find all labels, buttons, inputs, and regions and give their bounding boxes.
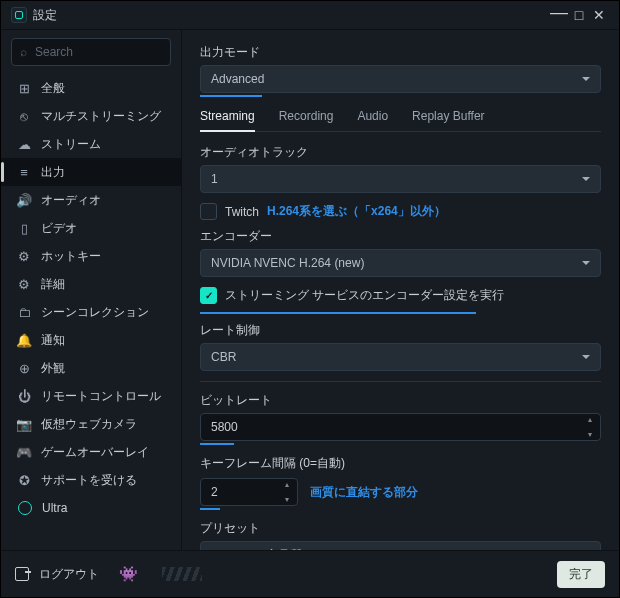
keyframe-input[interactable]: 2 <box>200 478 298 506</box>
encoder-label: エンコーダー <box>200 228 601 245</box>
nav-icon: 📷 <box>15 417 33 432</box>
output-tabs: StreamingRecordingAudioReplay Buffer <box>200 107 601 132</box>
sidebar-item-2[interactable]: ☁ストリーム <box>1 130 181 158</box>
sidebar-item-8[interactable]: 🗀シーンコレクション <box>1 298 181 326</box>
preset-label: プリセット <box>200 520 601 537</box>
sidebar-item-15[interactable]: Ultra <box>1 494 181 522</box>
main-panel: 出力モード Advanced StreamingRecordingAudioRe… <box>182 30 619 550</box>
annotation-underline <box>200 508 220 510</box>
tab-audio[interactable]: Audio <box>357 107 388 131</box>
nav-icon: ▯ <box>15 221 33 236</box>
nav-icon: ⎋ <box>15 109 33 124</box>
titlebar: 設定 — □ ✕ <box>1 1 619 30</box>
search-box[interactable]: ⌕ <box>11 38 171 66</box>
tab-recording[interactable]: Recording <box>279 107 334 131</box>
done-button[interactable]: 完了 <box>557 561 605 588</box>
nav-icon: 🗀 <box>15 305 33 320</box>
annotation-underline <box>200 312 476 314</box>
quality-hint-annotation: 画質に直結する部分 <box>310 484 418 501</box>
twitch-checkbox[interactable] <box>200 203 217 220</box>
sidebar-item-9[interactable]: 🔔通知 <box>1 326 181 354</box>
enforce-encoder-checkbox[interactable]: ✓ <box>200 287 217 304</box>
separator <box>200 381 601 382</box>
search-icon: ⌕ <box>20 45 27 59</box>
nav-label: ビデオ <box>41 220 77 237</box>
nav-icon: ⏻ <box>15 389 33 404</box>
sidebar-item-6[interactable]: ⚙ホットキー <box>1 242 181 270</box>
logout-button[interactable]: ログアウト <box>39 566 99 583</box>
output-mode-label: 出力モード <box>200 44 601 61</box>
nav-label: 出力 <box>41 164 65 181</box>
app-icon <box>11 7 27 23</box>
sidebar-item-1[interactable]: ⎋マルチストリーミング <box>1 102 181 130</box>
footer: ログアウト 👾 完了 <box>1 550 619 597</box>
maximize-button[interactable]: □ <box>569 7 589 23</box>
nav-icon: ⊕ <box>15 361 33 376</box>
twitch-glitch-icon: 👾 <box>119 565 138 583</box>
nav-icon: ☁ <box>15 137 33 152</box>
enforce-encoder-label: ストリーミング サービスのエンコーダー設定を実行 <box>225 287 504 304</box>
sidebar-item-11[interactable]: ⏻リモートコントロール <box>1 382 181 410</box>
nav-label: シーンコレクション <box>41 304 149 321</box>
logout-icon <box>15 567 29 581</box>
nav-label: 詳細 <box>41 276 65 293</box>
nav-label: リモートコントロール <box>41 388 161 405</box>
rate-control-label: レート制御 <box>200 322 601 339</box>
nav-label: 全般 <box>41 80 65 97</box>
search-input[interactable] <box>33 44 187 60</box>
sidebar-item-7[interactable]: ⚙詳細 <box>1 270 181 298</box>
audio-track-select[interactable]: 1 <box>200 165 601 193</box>
bitrate-input[interactable]: 5800 <box>200 413 601 441</box>
sidebar-item-5[interactable]: ▯ビデオ <box>1 214 181 242</box>
rate-control-select[interactable]: CBR <box>200 343 601 371</box>
bitrate-label: ビットレート <box>200 392 601 409</box>
sidebar-nav: ⊞全般⎋マルチストリーミング☁ストリーム≡出力🔊オーディオ▯ビデオ⚙ホットキー⚙… <box>1 74 181 550</box>
sidebar-item-3[interactable]: ≡出力 <box>1 158 181 186</box>
nav-label: ホットキー <box>41 248 101 265</box>
nav-label: サポートを受ける <box>41 472 137 489</box>
nav-label: 仮想ウェブカメラ <box>41 416 137 433</box>
nav-label: オーディオ <box>41 192 101 209</box>
nav-label: マルチストリーミング <box>41 108 161 125</box>
encoder-select[interactable]: NVIDIA NVENC H.264 (new) <box>200 249 601 277</box>
nav-label: 通知 <box>41 332 65 349</box>
sidebar-item-0[interactable]: ⊞全般 <box>1 74 181 102</box>
tab-replay buffer[interactable]: Replay Buffer <box>412 107 485 131</box>
output-mode-select[interactable]: Advanced <box>200 65 601 93</box>
twitch-label: Twitch <box>225 205 259 219</box>
sidebar: ⌕ ⊞全般⎋マルチストリーミング☁ストリーム≡出力🔊オーディオ▯ビデオ⚙ホットキ… <box>1 30 182 550</box>
nav-icon: 🎮 <box>15 445 33 460</box>
nav-label: ゲームオーバーレイ <box>41 444 149 461</box>
nav-icon: ⊞ <box>15 81 33 96</box>
preset-select[interactable]: P5: Slow (高品質) <box>200 541 601 550</box>
audio-track-label: オーディオトラック <box>200 144 601 161</box>
sidebar-item-13[interactable]: 🎮ゲームオーバーレイ <box>1 438 181 466</box>
nav-label: 外観 <box>41 360 65 377</box>
nav-label: ストリーム <box>41 136 101 153</box>
nav-icon: 🔔 <box>15 333 33 348</box>
nav-icon: ⚙ <box>15 249 33 264</box>
sidebar-item-14[interactable]: ✪サポートを受ける <box>1 466 181 494</box>
sidebar-item-4[interactable]: 🔊オーディオ <box>1 186 181 214</box>
window-title: 設定 <box>33 7 57 24</box>
minimize-button[interactable]: — <box>549 2 569 23</box>
keyframe-label: キーフレーム間隔 (0=自動) <box>200 455 601 472</box>
nav-icon <box>18 501 32 515</box>
nav-label: Ultra <box>42 501 67 515</box>
close-button[interactable]: ✕ <box>589 7 609 23</box>
footer-stripes <box>162 567 202 581</box>
nav-icon: 🔊 <box>15 193 33 208</box>
encoder-hint-annotation: H.264系を選ぶ（「x264」以外） <box>267 203 446 220</box>
nav-icon: ✪ <box>15 473 33 488</box>
sidebar-item-12[interactable]: 📷仮想ウェブカメラ <box>1 410 181 438</box>
sidebar-item-10[interactable]: ⊕外観 <box>1 354 181 382</box>
tab-streaming[interactable]: Streaming <box>200 107 255 131</box>
nav-icon: ≡ <box>15 165 33 180</box>
annotation-underline <box>200 95 262 97</box>
annotation-underline <box>200 443 234 445</box>
nav-icon: ⚙ <box>15 277 33 292</box>
